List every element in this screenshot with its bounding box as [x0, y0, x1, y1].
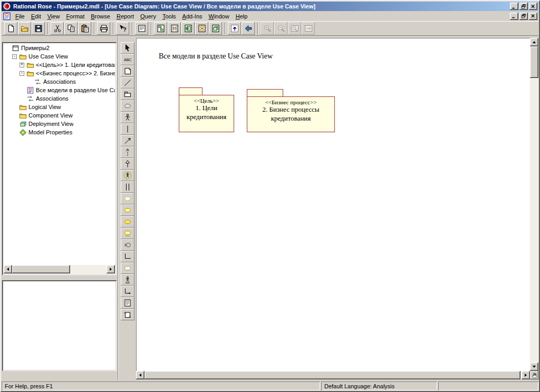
cut-button[interactable] [51, 22, 64, 35]
zoom-in-button[interactable] [261, 22, 274, 35]
tree-item-10[interactable]: Model Properties [4, 128, 115, 136]
package-goals[interactable]: <<Цель>> 1. Цели кредитования [179, 87, 234, 132]
tree-item-4[interactable]: Associations [4, 77, 115, 86]
collapse-icon[interactable]: - [20, 71, 24, 76]
association-tool-button[interactable] [121, 123, 134, 135]
elbow-line-tool-button[interactable] [121, 251, 134, 262]
business-entity-tool-button[interactable] [121, 204, 134, 216]
minimize-button[interactable] [510, 3, 518, 10]
scroll-left-button[interactable] [136, 371, 144, 379]
documentation-button[interactable] [135, 22, 148, 35]
menu-add-ins[interactable]: Add-Ins [179, 12, 206, 21]
collapse-icon[interactable]: - [12, 54, 17, 59]
tree-item-7[interactable]: Logical View [4, 103, 115, 111]
canvas-hscroll-thumb[interactable] [144, 371, 520, 379]
tree-item-6[interactable]: Associations [4, 94, 115, 103]
tree-item-3[interactable]: -<<Бизнес процесс>> 2. Бизне [4, 69, 115, 77]
menu-format[interactable]: Format [63, 12, 88, 21]
expand-icon[interactable]: + [20, 63, 24, 67]
scroll-down-button[interactable] [530, 362, 538, 371]
tree-item-1[interactable]: -Use Case View [4, 52, 115, 61]
menu-query[interactable]: Query [137, 12, 159, 21]
scroll-note-tool-button[interactable] [121, 309, 134, 320]
child-minimize-button[interactable] [510, 13, 518, 20]
select-tool-button[interactable] [121, 42, 134, 54]
note-tool-button[interactable] [121, 65, 134, 77]
actor-tool-button[interactable] [121, 112, 134, 123]
documentation-panel[interactable] [2, 280, 117, 371]
tree-item-8[interactable]: Component View [4, 111, 115, 120]
menu-window[interactable]: Window [206, 12, 233, 21]
elbow-arrow-tool-button[interactable] [121, 286, 134, 297]
package-tool-button[interactable] [121, 89, 134, 100]
diagram-canvas[interactable]: Все модели в разделе Use Case View <<Цел… [136, 38, 530, 371]
tree-item-5[interactable]: Все модели в разделе Use Ca [4, 86, 115, 94]
specification-tool-button[interactable] [121, 297, 134, 309]
child-window-icon[interactable] [3, 12, 11, 21]
menu-file[interactable]: File [12, 12, 28, 21]
paste-button[interactable] [78, 22, 91, 35]
fit-in-window-button[interactable] [288, 22, 301, 35]
business-worker-tool-button[interactable] [121, 181, 134, 193]
child-close-button[interactable] [529, 13, 537, 20]
scroll-right-button[interactable] [107, 265, 115, 273]
undo-fit-in-window-button[interactable] [302, 22, 315, 35]
text-box-tool-button[interactable]: ABC [121, 54, 134, 65]
context-help-button[interactable]: ? [116, 22, 129, 35]
browse-class-diagram-button[interactable] [154, 22, 167, 35]
scroll-left-button[interactable] [4, 265, 12, 273]
menu-browse[interactable]: Browse [88, 12, 113, 21]
pan-button[interactable] [530, 371, 538, 379]
menu-edit[interactable]: Edit [28, 12, 44, 21]
zoom-out-button[interactable] [274, 22, 287, 35]
state-tool-button[interactable] [121, 262, 134, 274]
diagram-title[interactable]: Все модели в разделе Use Case View [159, 52, 273, 61]
print-button[interactable] [97, 22, 110, 35]
child-restore-button[interactable] [519, 13, 528, 20]
canvas-vscroll-thumb[interactable] [530, 46, 538, 78]
browse-component-diagram-button[interactable] [181, 22, 195, 35]
menu-tools[interactable]: Tools [159, 12, 179, 21]
scroll-right-button[interactable] [522, 371, 530, 379]
business-use-case-tool-button[interactable] [121, 193, 134, 204]
organization-unit-tool-button[interactable] [121, 228, 134, 239]
scroll-up-button[interactable] [530, 38, 538, 46]
browse-deployment-diagram-button[interactable] [209, 22, 222, 35]
anchor-note-tool-button[interactable] [121, 77, 134, 89]
new-document-button[interactable] [4, 22, 17, 35]
browser-scroll-track[interactable] [12, 265, 107, 273]
actor-instance-tool-button[interactable] [121, 274, 134, 286]
dependency-tool-button[interactable] [121, 146, 134, 158]
browser-horizontal-scrollbar[interactable] [4, 265, 115, 273]
open-folder-button[interactable] [18, 22, 31, 35]
browse-interaction-diagram-button[interactable] [168, 22, 181, 35]
copy-button[interactable] [64, 22, 78, 35]
menu-help[interactable]: Help [233, 12, 251, 21]
model-browser-tree: Примеры2-Use Case View+<<Цель>> 1. Цели … [4, 44, 115, 265]
browse-previous-diagram-button[interactable] [242, 22, 255, 35]
canvas-vscroll-track[interactable] [530, 46, 538, 362]
boundary-tool-button[interactable] [121, 239, 134, 251]
save-button[interactable] [32, 22, 45, 35]
browser-scroll-thumb[interactable] [12, 265, 70, 273]
select-icon [123, 44, 132, 52]
menu-report[interactable]: Report [113, 12, 137, 21]
package-business-processes[interactable]: <<Бизнес процесс>> 2. Бизнес процессы кр… [247, 89, 335, 132]
canvas-vertical-scrollbar[interactable] [530, 38, 538, 371]
tree-item-0[interactable]: Примеры2 [4, 44, 115, 52]
unidirectional-association-tool-button[interactable] [121, 135, 134, 146]
tree-item-2[interactable]: +<<Цель>> 1. Цели кредитован [4, 61, 115, 69]
business-actor-tool-button[interactable] [121, 170, 134, 181]
browse-parent-button[interactable] [228, 22, 241, 35]
close-button[interactable] [529, 3, 537, 10]
canvas-hscroll-track[interactable] [144, 371, 522, 379]
use-case-tool-button[interactable] [121, 100, 134, 112]
restore-button[interactable] [519, 3, 528, 10]
menu-view[interactable]: View [44, 12, 63, 21]
browse-state-diagram-button[interactable] [195, 22, 208, 35]
tree-item-9[interactable]: Deployment View [4, 120, 115, 128]
use-case-realization-tool-button[interactable] [121, 216, 134, 228]
generalization-tool-button[interactable] [121, 158, 134, 170]
tree-item-label: Associations [36, 95, 69, 102]
canvas-horizontal-scrollbar[interactable] [136, 371, 530, 379]
